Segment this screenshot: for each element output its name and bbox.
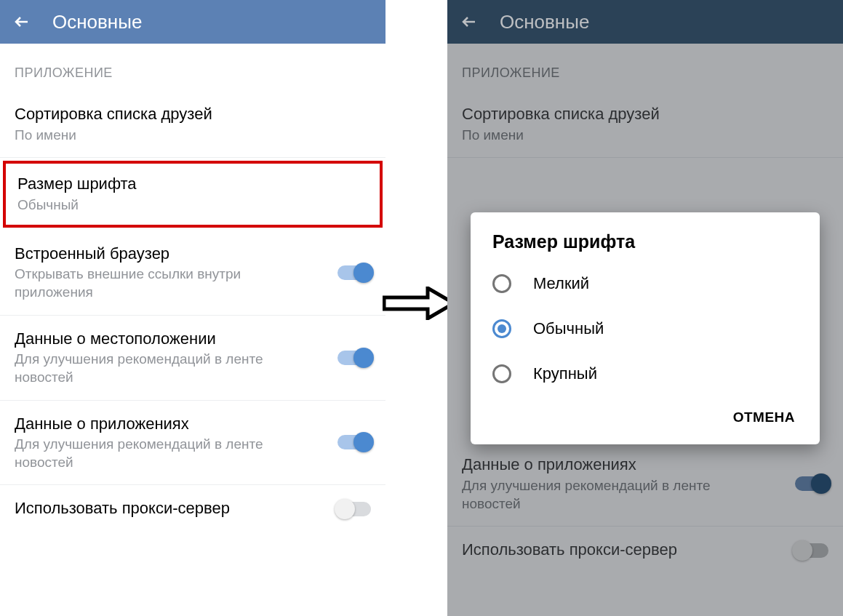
page-title: Основные (52, 11, 142, 33)
item-title: Данные о приложениях (462, 455, 780, 476)
cancel-button[interactable]: ОТМЕНА (726, 404, 802, 431)
setting-apps-data[interactable]: Данные о приложениях Для улучшения реком… (0, 401, 385, 486)
section-header-app: ПРИЛОЖЕНИЕ (447, 44, 843, 91)
setting-apps-data[interactable]: Данные о приложениях Для улучшения реком… (447, 441, 843, 527)
dialog-title: Размер шрифта (471, 231, 820, 261)
toggle-location[interactable] (337, 351, 371, 365)
app-header: Основные (447, 0, 843, 44)
setting-font-size[interactable]: Размер шрифта Обычный (3, 161, 383, 227)
item-subtitle: По имени (15, 127, 291, 145)
item-title: Данные о местоположении (15, 329, 323, 350)
toggle-proxy[interactable] (795, 543, 828, 558)
settings-screen-before: Основные ПРИЛОЖЕНИЕ Сортировка списка др… (0, 0, 385, 616)
item-title: Встроенный браузер (15, 244, 323, 265)
item-subtitle: Обычный (17, 196, 294, 215)
item-subtitle: Открывать внешние ссылки внутри приложен… (15, 265, 291, 301)
radio-label: Мелкий (533, 274, 589, 293)
dialog-actions: ОТМЕНА (471, 396, 820, 436)
radio-option-large[interactable]: Крупный (471, 351, 820, 396)
arrow-icon (383, 287, 455, 320)
setting-sort-friends[interactable]: Сортировка списка друзей По имени (0, 91, 385, 158)
back-arrow-icon[interactable] (13, 13, 31, 31)
setting-proxy[interactable]: Использовать прокси-сервер (447, 527, 843, 574)
radio-icon (492, 319, 511, 338)
radio-icon (492, 364, 511, 383)
setting-sort-friends[interactable]: Сортировка списка друзей По имени (447, 91, 843, 158)
settings-screen-dialog: Основные ПРИЛОЖЕНИЕ Сортировка списка др… (447, 0, 843, 616)
back-arrow-icon[interactable] (460, 13, 478, 31)
toggle-apps[interactable] (337, 435, 371, 449)
setting-location-data[interactable]: Данные о местоположении Для улучшения ре… (0, 316, 385, 401)
toggle-browser[interactable] (337, 265, 371, 280)
radio-option-small[interactable]: Мелкий (471, 261, 820, 306)
item-title: Использовать прокси-сервер (15, 498, 323, 519)
font-size-dialog: Размер шрифта Мелкий Обычный Крупный ОТМ… (471, 212, 820, 444)
radio-label: Обычный (533, 319, 604, 338)
page-title: Основные (500, 11, 589, 33)
item-title: Использовать прокси-сервер (462, 540, 780, 561)
item-title: Размер шрифта (17, 174, 368, 195)
item-title: Сортировка списка друзей (15, 104, 371, 125)
radio-icon (492, 274, 511, 293)
app-header: Основные (0, 0, 385, 44)
radio-option-normal[interactable]: Обычный (471, 306, 820, 351)
setting-builtin-browser[interactable]: Встроенный браузер Открывать внешние ссы… (0, 231, 385, 316)
toggle-apps[interactable] (795, 476, 828, 491)
item-title: Данные о приложениях (15, 414, 323, 435)
setting-proxy[interactable]: Использовать прокси-сервер (0, 485, 385, 532)
item-subtitle: По имени (462, 127, 738, 145)
item-subtitle: Для улучшения рекомендаций в ленте новос… (15, 351, 291, 386)
toggle-proxy[interactable] (337, 502, 371, 516)
section-header-app: ПРИЛОЖЕНИЕ (0, 44, 385, 91)
item-subtitle: Для улучшения рекомендаций в ленте новос… (15, 436, 291, 471)
radio-label: Крупный (533, 364, 597, 383)
item-title: Сортировка списка друзей (462, 104, 828, 125)
item-subtitle: Для улучшения рекомендаций в ленте новос… (462, 477, 738, 513)
